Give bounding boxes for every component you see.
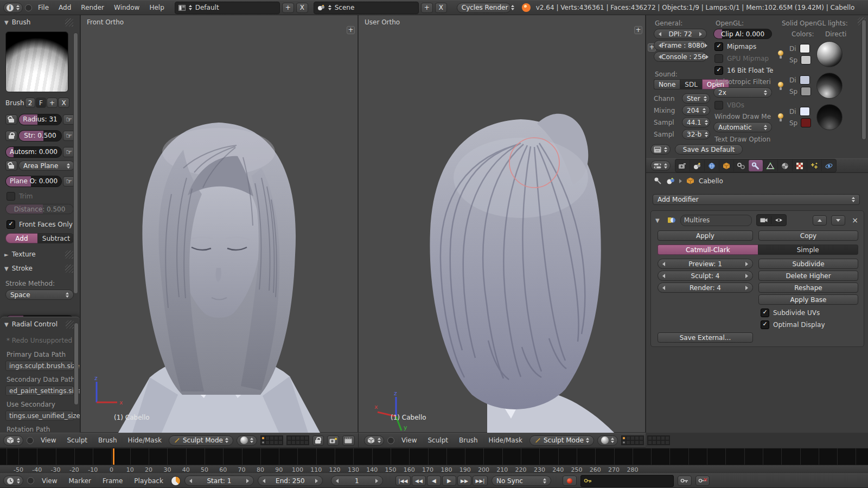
region-expand-tab[interactable]: + [347, 26, 355, 34]
layer-cell[interactable] [304, 436, 309, 440]
unlock-icon-button[interactable] [5, 114, 17, 125]
delete-keyframe-button[interactable]: × [695, 476, 710, 486]
render-border-button[interactable] [327, 435, 340, 446]
layer-cell[interactable] [300, 440, 304, 445]
layer-cell[interactable] [291, 440, 296, 445]
layer-cell[interactable] [661, 436, 665, 440]
tab-modifiers[interactable] [749, 160, 763, 171]
layer-cell[interactable] [630, 436, 635, 440]
catmull-clark-button[interactable]: Catmull-Clark [658, 245, 758, 255]
menu-view[interactable]: View [37, 436, 60, 444]
properties-scrollbar[interactable] [861, 20, 866, 140]
front-faces-checkbox-row[interactable]: ✓ Front Faces Only [7, 220, 73, 229]
gpu-mipmap-checkbox[interactable] [714, 54, 723, 63]
anisotropic-select[interactable]: 2x [713, 87, 772, 98]
layer-cell[interactable] [656, 436, 661, 440]
collapse-menus-toggle[interactable] [25, 4, 32, 11]
layer-cell[interactable] [287, 440, 291, 445]
subdivide-uvs-checkbox-row[interactable]: ✓ Subdivide UVs [761, 309, 820, 317]
editor-type-selector[interactable] [3, 435, 23, 446]
render-level-stepper[interactable]: Render: 4 [658, 282, 753, 293]
menu-window[interactable]: Window [110, 4, 143, 11]
mode-select[interactable]: Sculpt Mode [169, 435, 233, 446]
layer-cell[interactable] [665, 436, 669, 440]
secondary-data-path-field[interactable]: ed_paint_settings.size [5, 386, 74, 396]
unlock-icon-button[interactable] [5, 160, 17, 171]
add-direction-button[interactable]: Add [5, 233, 37, 243]
delete-higher-button[interactable]: Delete Higher [758, 271, 858, 281]
render-visibility-toggle[interactable] [757, 216, 771, 224]
play-button[interactable]: ▶ [442, 476, 456, 486]
play-reverse-button[interactable]: ◀ [427, 476, 441, 486]
keying-set-field[interactable] [580, 475, 674, 487]
distance-slider[interactable]: Distance: 0.500 [5, 204, 74, 214]
tab-render[interactable] [675, 160, 690, 171]
autosmooth-slider[interactable]: Autosm: 0.000 [5, 146, 62, 158]
menu-add[interactable]: Add [55, 4, 75, 11]
layer-group[interactable] [260, 435, 283, 445]
current-frame-stepper[interactable]: 1 [331, 476, 383, 486]
fake-user-button[interactable]: F [36, 98, 46, 108]
previous-keyframe-button[interactable]: ◀◀ [412, 476, 426, 486]
timeline-ruler[interactable]: -50-40-30-20-100102030405060708090100110… [0, 465, 868, 473]
brush-users-button[interactable]: 2 [25, 98, 35, 108]
render-engine-select[interactable]: Cycles Render [457, 3, 511, 13]
tool-shelf-scrollbar[interactable] [73, 33, 78, 294]
layer-cell[interactable] [626, 440, 630, 445]
layer-cell[interactable] [665, 440, 669, 445]
reshape-button[interactable]: Reshape [758, 282, 858, 293]
layers-widget[interactable] [260, 435, 309, 445]
diffuse-color-swatch[interactable] [800, 44, 810, 53]
console-stepper[interactable]: Console : 256 [654, 52, 707, 62]
apply-modifier-button[interactable]: Apply [658, 230, 753, 241]
editor-type-selector[interactable]: i [3, 3, 23, 13]
layer-cell[interactable] [296, 436, 300, 440]
simple-button[interactable]: Simple [758, 245, 859, 255]
vbos-checkbox-row[interactable]: VBOs [714, 101, 744, 110]
opengl-render-button[interactable] [342, 435, 355, 446]
menu-file[interactable]: File [34, 4, 53, 11]
front-faces-checkbox[interactable]: ✓ [7, 220, 15, 229]
close-scene-button[interactable]: X [435, 3, 447, 13]
lock-icon-button[interactable] [5, 131, 17, 141]
triangle-down-icon[interactable]: ▼ [655, 217, 660, 223]
mipmaps-checkbox-row[interactable]: ✓ Mipmaps [714, 42, 756, 51]
delete-modifier-button[interactable]: × [850, 216, 860, 224]
next-keyframe-button[interactable]: ▶▶ [457, 476, 471, 486]
sculpt-level-stepper[interactable]: Sculpt: 4 [658, 271, 753, 281]
layer-cell[interactable] [639, 436, 643, 440]
editor-type-selector[interactable] [650, 160, 671, 171]
menu-sculpt[interactable]: Sculpt [424, 436, 451, 444]
radial-control-header[interactable]: ▼ Radial Control [4, 320, 58, 328]
save-external-button[interactable]: Save External... [658, 332, 753, 343]
layer-cell[interactable] [622, 440, 626, 445]
record-button[interactable] [563, 476, 577, 486]
layer-cell[interactable] [304, 440, 309, 445]
viewport-shading-select[interactable] [597, 435, 618, 446]
menu-help[interactable]: Help [145, 4, 168, 11]
copy-modifier-button[interactable]: Copy [758, 230, 858, 241]
menu-render[interactable]: Render [77, 4, 108, 11]
stroke-method-select[interactable]: Space [5, 290, 74, 300]
modifier-name-field[interactable]: Multires [680, 215, 752, 226]
menu-brush[interactable]: Brush [455, 436, 482, 444]
tab-object[interactable] [719, 160, 734, 171]
gpu-mipmap-checkbox-row[interactable]: GPU Mipmap [714, 54, 769, 63]
layer-cell[interactable] [630, 440, 635, 445]
lightbulb-icon[interactable] [777, 82, 784, 90]
start-frame-stepper[interactable]: Start: 1 [184, 476, 254, 486]
tab-physics[interactable] [822, 160, 836, 171]
menu-playback[interactable]: Playback [130, 477, 167, 485]
close-layout-button[interactable]: X [296, 3, 308, 13]
layer-cell[interactable] [287, 436, 291, 440]
layers-widget[interactable] [621, 435, 670, 445]
16bit-float-checkbox[interactable]: ✓ [714, 66, 723, 75]
insert-keyframe-button[interactable] [678, 476, 692, 486]
layer-cell[interactable] [635, 440, 639, 445]
layer-group[interactable] [621, 435, 644, 445]
dpi-stepper[interactable]: DPI: 72 [654, 29, 707, 39]
layer-cell[interactable] [278, 440, 283, 445]
menu-view[interactable]: View [38, 477, 61, 485]
add-modifier-select[interactable]: Add Modifier [653, 194, 860, 205]
layer-cell[interactable] [261, 436, 265, 440]
